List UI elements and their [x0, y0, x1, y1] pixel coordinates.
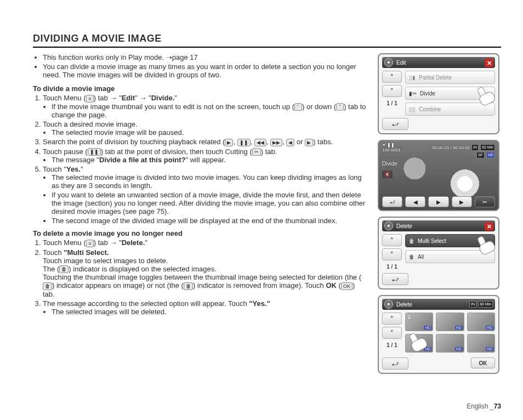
ok-icon: OK — [341, 282, 353, 290]
battery-badge: 80 Min — [478, 301, 493, 308]
return-button[interactable]: ⮐ — [382, 273, 408, 285]
trash-icon: 🗑 — [43, 282, 52, 290]
menu-icon: ≡ — [86, 240, 94, 247]
thumbnail[interactable]: HD — [436, 334, 464, 353]
menu-icon: ≡ — [86, 95, 94, 103]
hd-badge: HD — [455, 347, 463, 351]
lcd-edit-menu: ✦ Edit ✕ ˄ ˅ 1 / 1 ▯▮Partial Delete ▮✂Di… — [378, 53, 499, 134]
intro-bullet-1: This function works only in Play mode. p… — [43, 53, 368, 61]
film-icon: ✦ — [382, 143, 386, 147]
divide-step-4: Touch pause (❚❚) tab at the point of div… — [43, 147, 368, 164]
step-forward-button[interactable]: ▶ — [452, 196, 472, 207]
menu-item-multi-select[interactable]: 🗑Multi Select — [405, 234, 495, 247]
subhead-delete: To delete a movie image you no longer ne… — [33, 229, 368, 237]
trash-icon: 🗑 — [409, 238, 414, 244]
hd-badge: HD — [424, 326, 431, 330]
thumbnail[interactable]: 🗑HD — [405, 313, 433, 331]
page-indicator: 1 / 1 — [382, 263, 402, 271]
return-button[interactable]: ⮐ — [382, 196, 402, 207]
page-up-button[interactable]: ˄ — [382, 71, 402, 83]
return-button[interactable]: ⮐ — [382, 118, 408, 130]
quality-sf-badge: SF — [476, 152, 485, 158]
page-up-button[interactable]: ˄ — [382, 313, 402, 325]
page-indicator: 1 / 1 — [382, 341, 402, 349]
thumbnail[interactable]: HD — [467, 334, 495, 353]
thumbnail[interactable]: HD — [405, 334, 433, 353]
return-button[interactable]: ⮐ — [382, 357, 408, 370]
page-down-button[interactable]: ˅ — [382, 85, 402, 97]
menu-item-all[interactable]: 🗑All — [405, 250, 495, 263]
cut-button[interactable]: ✂ — [475, 196, 495, 207]
selected-trash-icon: 🗑 — [407, 314, 412, 320]
lcd-delete-thumbnails: ✦ Delete IN 80 Min ˄ ˅ 1 / 1 🗑HD HD — [378, 295, 499, 374]
thumbnail[interactable]: HD — [467, 313, 495, 331]
thumbnail[interactable]: HD — [436, 313, 464, 331]
trash-icon: 🗑 — [409, 254, 414, 260]
combine-icon: ▯▯ — [409, 106, 416, 112]
arrow-icon — [166, 53, 172, 61]
step-back-button[interactable]: ◀ — [405, 196, 425, 207]
film-icon: ✦ — [384, 58, 393, 67]
ok-button[interactable]: OK — [471, 357, 495, 368]
close-button[interactable]: ✕ — [485, 222, 493, 231]
quality-hd-badge: HD — [486, 152, 495, 158]
film-icon: ✦ — [384, 222, 393, 230]
pause-icon: ❚❚ — [237, 139, 251, 146]
trash-icon: 🗑 — [59, 265, 69, 273]
delete-step-1: Touch Menu (≡) tab → "Delete." — [43, 239, 368, 247]
hd-badge: HD — [424, 347, 431, 351]
page-down-button[interactable]: ˅ — [382, 248, 402, 260]
menu-item-partial-delete[interactable]: ▯▮Partial Delete — [405, 71, 495, 84]
mute-button[interactable]: 🔇 — [382, 171, 393, 178]
hd-badge: HD — [486, 347, 493, 351]
file-number: 100-0001 — [382, 147, 401, 152]
lcd-delete-menu: ✦ Delete ✕ ˄ ˅ 1 / 1 🗑Multi Select 🗑All … — [378, 217, 499, 290]
menu-title: Delete — [396, 223, 412, 229]
storage-in-badge: IN — [469, 301, 476, 308]
time-counter: 00:00:20 / 00:30:00 — [432, 145, 470, 150]
delete-step-3: The message according to the selected op… — [43, 299, 368, 316]
divide-step-3: Search the point of division by touching… — [43, 138, 368, 146]
cut-icon: ✂ — [252, 148, 261, 156]
trash-icon: 🗑 — [184, 282, 193, 290]
menu-title: Delete — [396, 302, 412, 308]
play-button[interactable]: ▶ — [428, 196, 448, 207]
page-down-button[interactable]: ˅ — [382, 327, 402, 339]
step-fwd-icon: ▶ — [305, 139, 313, 146]
up-icon: ˄ — [294, 103, 302, 111]
page-indicator: 1 / 1 — [382, 99, 402, 107]
fwd-icon: ▶▶ — [270, 139, 282, 146]
divide-icon: ▮✂ — [409, 90, 417, 97]
intro-bullet-2: You can divide a movie image as many tim… — [43, 63, 368, 79]
hd-badge: HD — [455, 326, 463, 330]
lcd-playback-divide: ✦ ❚❚ 100-0001 00:00:20 / 00:30:00 IN 80 … — [378, 140, 499, 211]
instruction-text: This function works only in Play mode. p… — [33, 53, 368, 374]
hd-badge: HD — [486, 326, 493, 330]
menu-title: Edit — [396, 60, 406, 66]
pause-icon: ❚❚ — [88, 148, 101, 156]
step-back-icon: ◀ — [286, 139, 294, 146]
divide-step-2: Touch a desired movie image. The selecte… — [43, 120, 368, 137]
battery-badge: 80 Min — [480, 144, 495, 151]
page-up-button[interactable]: ˄ — [382, 234, 402, 246]
rev-icon: ◀◀ — [254, 139, 266, 146]
partial-delete-icon: ▯▮ — [409, 75, 416, 81]
menu-item-combine[interactable]: ▯▯Combine — [405, 103, 495, 116]
film-icon: ✦ — [384, 300, 393, 309]
delete-step-2: Touch "Multi Select. Touch image to sele… — [43, 248, 368, 298]
divide-step-5: Touch "Yes." The selected movie image is… — [43, 165, 368, 225]
pause-state-icon: ❚❚ — [387, 143, 395, 147]
page-footer: English _73 — [467, 402, 501, 410]
subhead-divide: To divide a movie image — [33, 84, 368, 93]
menu-item-divide[interactable]: ▮✂Divide — [405, 87, 495, 100]
mode-label-divide: Divide — [382, 161, 397, 167]
page-title: DIVIDING A MOVIE IMAGE — [33, 33, 501, 48]
divide-step-1: Touch Menu (≡) tab → "Edit" → "Divide." … — [43, 94, 368, 119]
storage-in-badge: IN — [471, 144, 479, 151]
play-icon: ▶ — [225, 139, 233, 146]
close-button[interactable]: ✕ — [485, 59, 493, 67]
down-icon: ˅ — [336, 103, 344, 111]
